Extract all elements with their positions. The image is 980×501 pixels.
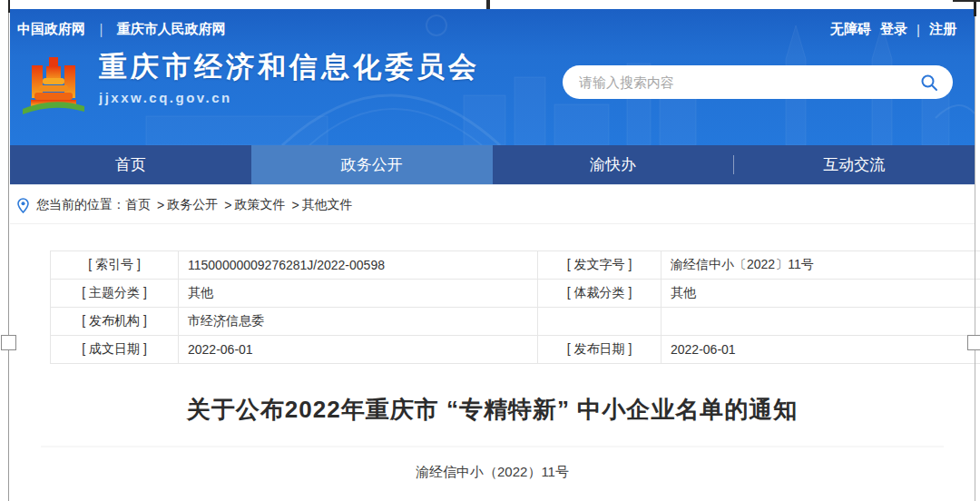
site-domain: jjxxw.cq.gov.cn	[99, 90, 480, 105]
link-accessibility[interactable]: 无障碍	[830, 21, 871, 38]
link-register[interactable]: 注册	[929, 21, 956, 38]
selection-frame-top-tick	[486, 0, 490, 9]
meta-value: 2022-06-01	[662, 336, 980, 364]
meta-label: [ 索引号 ]	[51, 251, 179, 280]
nav-item-gov-info[interactable]: 政务公开	[251, 145, 493, 184]
meta-value	[662, 308, 980, 336]
nav-item-home[interactable]: 首页	[10, 145, 251, 184]
location-pin-icon	[17, 198, 29, 213]
search-bar	[563, 65, 953, 99]
breadcrumb-separator: >	[157, 198, 164, 212]
document-meta-table: [ 索引号 ] 11500000009276281J/2022-00598 [ …	[50, 250, 980, 364]
breadcrumb-separator: >	[224, 198, 231, 212]
main-nav: 首页 政务公开 渝快办 互动交流	[10, 145, 975, 185]
nav-item-yukuaiban[interactable]: 渝快办	[493, 145, 734, 184]
table-row: [ 成文日期 ] 2022-06-01 [ 发布日期 ] 2022-06-01	[51, 336, 980, 364]
title-divider	[41, 446, 944, 447]
meta-value: 渝经信中小〔2022〕11号	[662, 251, 980, 280]
meta-value: 其他	[662, 280, 980, 308]
breadcrumb-label: 您当前的位置：	[36, 197, 125, 213]
search-icon[interactable]	[920, 74, 938, 92]
meta-label: [ 发文字号 ]	[538, 251, 662, 280]
site-title: 重庆市经济和信息化委员会	[99, 51, 480, 84]
page: 中国政府网 ｜ 重庆市人民政府网 无障碍 登录 | 注册	[10, 9, 975, 481]
meta-value: 市经济信息委	[179, 308, 538, 336]
brand: 重庆市经济和信息化委员会 jjxxw.cq.gov.cn	[19, 51, 480, 120]
meta-label: [ 发布机构 ]	[51, 308, 179, 336]
meta-label: [ 发布日期 ]	[538, 336, 662, 364]
meta-label: [ 体裁分类 ]	[538, 280, 662, 308]
top-links-divider: ｜	[94, 21, 108, 38]
link-china-gov[interactable]: 中国政府网	[17, 21, 85, 38]
meta-value: 11500000009276281J/2022-00598	[179, 251, 538, 280]
selection-handle-right[interactable]	[967, 335, 980, 350]
top-links-bar: 中国政府网 ｜ 重庆市人民政府网 无障碍 登录 | 注册	[10, 9, 975, 38]
selection-frame-topright-tick	[953, 0, 980, 2]
breadcrumb-home[interactable]: 首页	[125, 197, 151, 213]
breadcrumb-gov-info[interactable]: 政务公开	[167, 197, 218, 213]
table-row: [ 主题分类 ] 其他 [ 体裁分类 ] 其他	[51, 280, 980, 308]
selection-handle-left[interactable]	[1, 335, 16, 350]
table-row: [ 索引号 ] 11500000009276281J/2022-00598 [ …	[51, 251, 980, 280]
document-number: 渝经信中小（2022）11号	[10, 464, 975, 481]
table-row: [ 发布机构 ] 市经济信息委	[51, 308, 980, 336]
link-chongqing-gov[interactable]: 重庆市人民政府网	[117, 21, 226, 38]
link-login[interactable]: 登录	[880, 21, 907, 38]
breadcrumb-separator: >	[291, 198, 299, 212]
breadcrumb-other-files[interactable]: 其他文件	[302, 197, 353, 213]
search-input[interactable]	[577, 74, 920, 91]
site-header: 中国政府网 ｜ 重庆市人民政府网 无障碍 登录 | 注册	[10, 9, 975, 145]
selection-frame-left	[8, 0, 9, 501]
breadcrumb-policy-files[interactable]: 政策文件	[234, 197, 285, 213]
nav-item-interaction[interactable]: 互动交流	[733, 145, 975, 184]
meta-label: [ 成文日期 ]	[51, 336, 179, 364]
breadcrumb: 您当前的位置： 首页 > 政务公开 > 政策文件 > 其他文件	[10, 185, 975, 224]
agency-logo-icon	[19, 51, 88, 120]
login-register-divider: |	[916, 22, 920, 37]
page-title: 关于公布2022年重庆市 “专精特新” 中小企业名单的通知	[10, 394, 975, 426]
meta-label	[538, 308, 662, 336]
meta-value: 2022-06-01	[179, 336, 538, 364]
selection-frame-right	[975, 0, 975, 501]
meta-label: [ 主题分类 ]	[51, 280, 179, 308]
meta-value: 其他	[179, 280, 538, 308]
